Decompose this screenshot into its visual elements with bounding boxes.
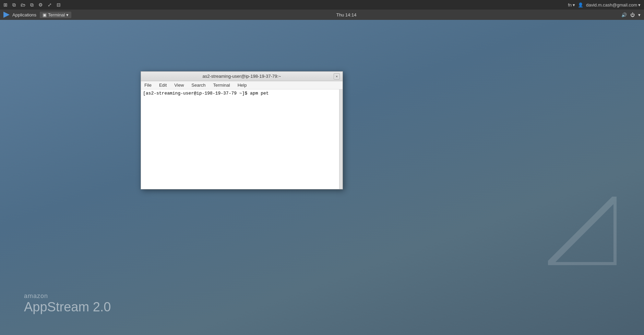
display-icon[interactable]: ⊟ (57, 2, 61, 8)
datetime-display: Thu 14:14 (336, 12, 357, 17)
close-icon: × (336, 74, 338, 78)
amazon-label: amazon (24, 293, 111, 300)
arrows-icon[interactable]: ⤢ (48, 2, 52, 8)
layers-icon[interactable]: ⧉ (30, 2, 34, 8)
taskbar-datetime: Thu 14:14 (75, 12, 618, 17)
taskbar-right: 🔊 ⏻ ▾ (621, 12, 641, 17)
volume-icon[interactable]: 🔊 (621, 12, 627, 17)
system-bar-left: ⊞ ⧉ 🗁 ⧉ ⚙ ⤢ ⊟ (3, 2, 61, 8)
appstream-branding: amazon AppStream 2.0 (24, 293, 111, 314)
user-email: david.m.cash@gmail.com (586, 2, 637, 8)
menu-view[interactable]: View (173, 83, 185, 88)
applications-icon (3, 12, 10, 18)
desktop-decoration (548, 197, 617, 266)
terminal-content[interactable]: [as2-streaming-user@ip-198-19-37-79 ~]$ … (141, 89, 343, 189)
terminal-label: Terminal (48, 12, 65, 17)
menu-edit[interactable]: Edit (158, 83, 168, 88)
terminal-menubar: File Edit View Search Terminal Help (141, 81, 343, 89)
terminal-scrollbar[interactable] (339, 89, 343, 189)
folder-icon[interactable]: 🗁 (21, 2, 25, 8)
grid-icon[interactable]: ⊞ (3, 2, 8, 8)
applications-menu[interactable]: Applications (3, 12, 36, 18)
power-icon[interactable]: ⏻ (630, 12, 635, 17)
language-label: fn (568, 2, 572, 8)
language-chevron: ▾ (573, 2, 575, 8)
terminal-close-button[interactable]: × (334, 73, 340, 79)
menu-search[interactable]: Search (190, 83, 207, 88)
system-bar: ⊞ ⧉ 🗁 ⧉ ⚙ ⤢ ⊟ fn ▾ 👤 david.m.cash@gmail.… (0, 0, 644, 10)
menu-terminal[interactable]: Terminal (212, 83, 231, 88)
svg-marker-0 (548, 197, 617, 265)
language-selector[interactable]: fn ▾ (568, 2, 575, 8)
applications-label: Applications (12, 12, 36, 17)
terminal-title: as2-streaming-user@ip-198-19-37-79:~ (203, 74, 281, 79)
more-chevron[interactable]: ▾ (638, 12, 641, 17)
menu-file[interactable]: File (143, 83, 153, 88)
menu-help[interactable]: Help (236, 83, 248, 88)
window-icon[interactable]: ⧉ (12, 2, 16, 8)
settings-icon[interactable]: ⚙ (38, 2, 43, 8)
user-account[interactable]: david.m.cash@gmail.com ▾ (586, 2, 641, 8)
terminal-prompt-line: [as2-streaming-user@ip-198-19-37-79 ~]$ … (143, 91, 341, 96)
taskbar: Applications ▣ Terminal ▾ Thu 14:14 🔊 ⏻ … (0, 10, 644, 20)
terminal-taskbar-item[interactable]: ▣ Terminal ▾ (40, 12, 71, 18)
terminal-window-icon: ▣ (43, 12, 47, 17)
user-icon: 👤 (578, 2, 583, 8)
terminal-arrow: ▾ (66, 12, 69, 17)
appstream-label: AppStream 2.0 (24, 300, 111, 314)
system-bar-right: fn ▾ 👤 david.m.cash@gmail.com ▾ (568, 2, 641, 8)
terminal-window: as2-streaming-user@ip-198-19-37-79:~ × F… (141, 71, 343, 189)
terminal-titlebar: as2-streaming-user@ip-198-19-37-79:~ × (141, 72, 343, 81)
account-chevron: ▾ (638, 2, 641, 8)
